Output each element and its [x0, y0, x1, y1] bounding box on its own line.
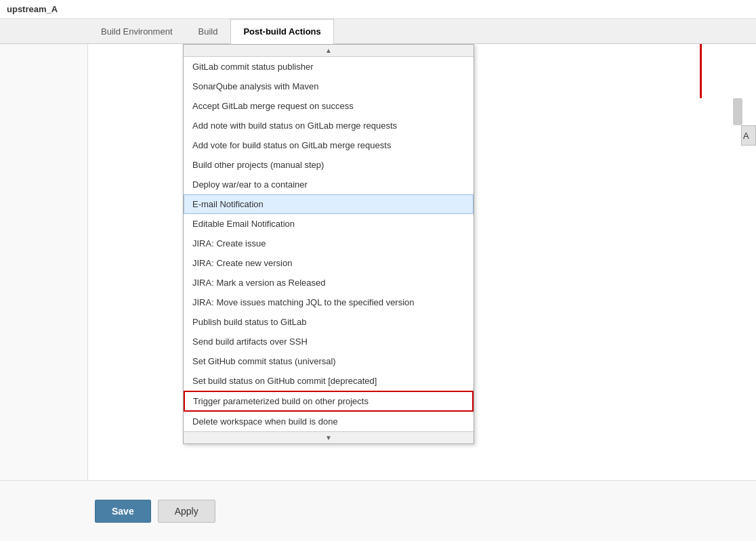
dropdown-item-5[interactable]: Build other projects (manual step) — [184, 155, 474, 175]
dropdown-item-9[interactable]: JIRA: Create issue — [184, 234, 474, 253]
tab-build[interactable]: Build — [186, 19, 231, 43]
dropdown-menu: ▲ GitLab commit status publisher SonarQu… — [183, 44, 474, 444]
dropdown-arrow-down[interactable]: ▼ — [184, 431, 474, 443]
dropdown-item-15[interactable]: Set GitHub commit status (universal) — [184, 351, 474, 371]
dropdown-arrow-up[interactable]: ▲ — [184, 45, 474, 57]
partial-right-button[interactable]: A — [741, 125, 756, 146]
dropdown-item-3[interactable]: Add note with build status on GitLab mer… — [184, 116, 474, 135]
dropdown-item-4[interactable]: Add vote for build status on GitLab merg… — [184, 135, 474, 155]
dropdown-item-13[interactable]: Publish build status to GitLab — [184, 312, 474, 332]
dropdown-item-0[interactable]: GitLab commit status publisher — [184, 57, 474, 77]
dropdown-item-17[interactable]: Trigger parameterized build on other pro… — [184, 391, 474, 412]
top-bar: upstream_A — [0, 0, 756, 19]
tab-post-build-actions[interactable]: Post-build Actions — [230, 19, 333, 44]
dropdown-item-8[interactable]: Editable Email Notification — [184, 214, 474, 234]
dropdown-item-7[interactable]: E-mail Notification — [184, 194, 474, 214]
save-button[interactable]: Save — [95, 500, 151, 523]
apply-button[interactable]: Apply — [158, 500, 215, 523]
dropdown-item-18[interactable]: Delete workspace when build is done — [184, 412, 474, 431]
bottom-bar: Save Apply — [0, 480, 756, 541]
tab-build-environment[interactable]: Build Environment — [88, 19, 186, 43]
red-line-decoration — [700, 44, 702, 98]
dropdown-item-1[interactable]: SonarQube analysis with Maven — [184, 77, 474, 96]
dropdown-item-2[interactable]: Accept GitLab merge request on success — [184, 96, 474, 116]
dropdown-item-16[interactable]: Set build status on GitHub commit [depre… — [184, 371, 474, 391]
main-content: les ▲ GitLab commit status publisher Son… — [0, 44, 756, 525]
content-area: les ▲ GitLab commit status publisher Son… — [88, 44, 756, 525]
sidebar — [0, 44, 88, 525]
dropdown-item-11[interactable]: JIRA: Mark a version as Released — [184, 273, 474, 293]
tab-bar: Build Environment Build Post-build Actio… — [0, 19, 756, 44]
dropdown-item-10[interactable]: JIRA: Create new version — [184, 253, 474, 273]
scrollbar[interactable] — [733, 98, 742, 125]
project-name: upstream_A — [7, 4, 58, 14]
dropdown-item-14[interactable]: Send build artifacts over SSH — [184, 332, 474, 351]
page-wrapper: upstream_A Build Environment Build Post-… — [0, 0, 756, 541]
dropdown-item-12[interactable]: JIRA: Move issues matching JQL to the sp… — [184, 293, 474, 312]
dropdown-item-6[interactable]: Deploy war/ear to a container — [184, 175, 474, 194]
